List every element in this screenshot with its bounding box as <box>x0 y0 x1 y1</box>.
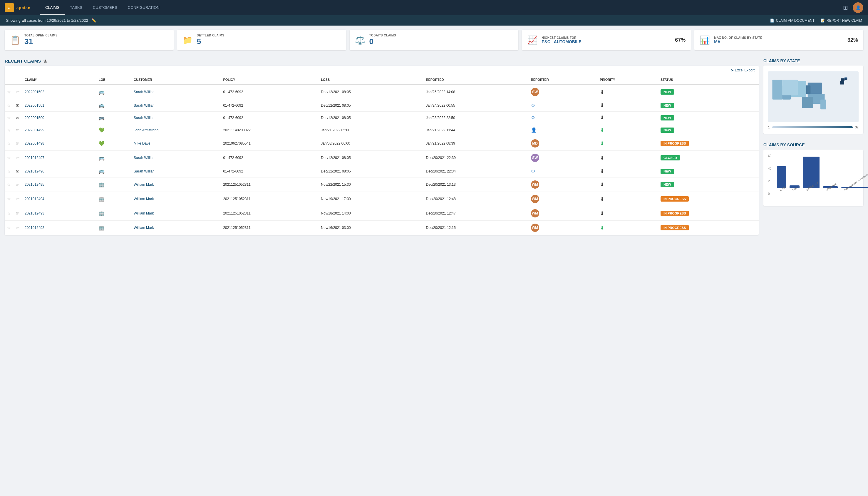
customer-link[interactable]: John Armstrong <box>134 128 158 132</box>
reported-cell: Jan/21/2022 11:44 <box>424 124 529 136</box>
bar-group: Self-Service <box>803 157 820 192</box>
claim-number-link[interactable]: 2022001502 <box>25 90 44 94</box>
nav-claims[interactable]: CLAIMS <box>40 1 65 15</box>
nav-configuration[interactable]: CONFIGURATION <box>123 1 165 15</box>
reported-cell: Dec/20/2021 12:47 <box>424 206 529 221</box>
kpi-state-content: MAX NO. OF CLAIMS BY STATE MA <box>714 36 762 44</box>
claim-number-link[interactable]: 2021012497 <box>25 156 44 160</box>
priority-icon: 🌡 <box>600 168 605 174</box>
status-badge: NEW <box>661 182 674 187</box>
star-icon[interactable]: ☆ <box>7 155 11 160</box>
priority-icon: 🌡 <box>600 114 605 121</box>
customer-link[interactable]: William Mark <box>134 226 154 230</box>
loss-cell: Nov/22/2021 15:30 <box>319 177 423 192</box>
star-icon[interactable]: ☆ <box>7 211 11 216</box>
claim-number-link[interactable]: 2022001498 <box>25 141 44 145</box>
col-claim-num: CLAIM# <box>22 75 96 84</box>
customer-link[interactable]: Sarah Willian <box>134 90 155 94</box>
policy-cell: 01-472-6092 <box>221 112 319 124</box>
table-row: ☆☞2022001499💚John Armstrong2021114820302… <box>5 124 759 136</box>
claim-number-link[interactable]: 2021012496 <box>25 169 44 173</box>
star-icon[interactable]: ☆ <box>7 182 11 187</box>
claim-number-link[interactable]: 2021012495 <box>25 183 44 187</box>
claim-number-link[interactable]: 2021012493 <box>25 211 44 215</box>
reported-cell: Jan/23/2022 22:50 <box>424 112 529 124</box>
hand-icon: ☞ <box>16 226 20 230</box>
customer-link[interactable]: William Mark <box>134 211 154 215</box>
svg-rect-3 <box>840 81 844 84</box>
status-badge: IN PROGRESS <box>661 196 689 202</box>
status-badge: NEW <box>661 115 674 121</box>
col-policy: POLICY <box>221 75 319 84</box>
priority-icon: 🌡 <box>600 211 605 216</box>
claim-number-link[interactable]: 2021012494 <box>25 197 44 201</box>
claims-table: CLAIM# LOB CUSTOMER POLICY LOSS REPORTED… <box>5 75 759 235</box>
customer-link[interactable]: William Mark <box>134 183 154 187</box>
filter-icon[interactable]: ⚗ <box>43 59 47 63</box>
reporter-avatar: WM <box>531 209 539 217</box>
excel-export-button[interactable]: ➤ Excel Export <box>731 68 755 72</box>
hand-icon: ☞ <box>16 141 20 146</box>
status-badge: IN PROGRESS <box>661 211 689 216</box>
kpi-todays-icon: ⚖️ <box>355 35 365 45</box>
logo-icon: a <box>5 3 14 12</box>
priority-icon: 🌡 <box>600 225 605 231</box>
kpi-state-value: MA <box>714 40 762 44</box>
claim-number-link[interactable]: 2022001501 <box>25 104 44 108</box>
reporter-avatar: SW <box>531 154 539 162</box>
kpi-state-label: MAX NO. OF CLAIMS BY STATE <box>714 36 762 40</box>
customer-link[interactable]: Mike Dave <box>134 141 151 145</box>
grid-icon[interactable]: ⊞ <box>843 4 848 11</box>
star-icon[interactable]: ☆ <box>7 169 11 174</box>
nav-customers[interactable]: CUSTOMERS <box>88 1 123 15</box>
customer-link[interactable]: Sarah Willian <box>134 116 155 120</box>
recent-claims-header: RECENT CLAIMS ⚗ <box>5 55 759 66</box>
star-icon[interactable]: ☆ <box>7 128 11 133</box>
star-icon[interactable]: ☆ <box>7 103 11 108</box>
user-avatar[interactable]: 👤 <box>853 2 863 13</box>
chart-y-axis: 60 40 20 0 <box>768 154 771 196</box>
nav-tasks[interactable]: TASKS <box>65 1 88 15</box>
reported-cell: Dec/20/2021 22:34 <box>424 165 529 177</box>
customer-link[interactable]: Sarah Willian <box>134 169 155 173</box>
customer-link[interactable]: Sarah Willian <box>134 156 155 160</box>
svg-rect-10 <box>820 99 826 110</box>
col-loss: LOSS <box>319 75 423 84</box>
customer-link[interactable]: Sarah Willian <box>134 104 155 108</box>
logo-text: appian <box>16 5 31 10</box>
star-icon[interactable]: ☆ <box>7 90 11 94</box>
customer-link[interactable]: William Mark <box>134 197 154 201</box>
star-icon[interactable]: ☆ <box>7 141 11 146</box>
claim-number-link[interactable]: 2022001499 <box>25 128 44 132</box>
y-label-20: 20 <box>768 180 771 183</box>
loss-cell: Dec/12/2021 08:05 <box>319 84 423 99</box>
app-logo: a appian <box>5 3 31 12</box>
priority-icon: 🌡 <box>600 140 605 146</box>
reported-cell: Dec/20/2021 12:15 <box>424 221 529 235</box>
star-icon[interactable]: ☆ <box>7 197 11 201</box>
col-status: STATUS <box>658 75 759 84</box>
policy-cell: 01-472-6092 <box>221 99 319 112</box>
loss-cell: Dec/12/2021 08:05 <box>319 99 423 112</box>
report-new-claim-button[interactable]: 📝 REPORT NEW CLAIM <box>820 18 862 22</box>
claim-via-document-button[interactable]: 📄 CLAIM VIA DOCUMENT <box>770 18 815 22</box>
kpi-settled-label: SETTLED CLAIMS <box>197 34 224 37</box>
star-icon[interactable]: ☆ <box>7 115 11 120</box>
table-row: ☆✉2022001500🚌Sarah Willian01-472-6092Dec… <box>5 112 759 124</box>
kpi-settled-icon: 📁 <box>183 35 193 45</box>
y-label-0: 0 <box>768 192 771 196</box>
svg-rect-1 <box>841 78 844 81</box>
claim-number-link[interactable]: 2022001500 <box>25 116 44 120</box>
nav-links: CLAIMS TASKS CUSTOMERS CONFIGURATION <box>40 1 165 15</box>
sub-header: Showing all cases from 10/29/2021 to 1/2… <box>0 15 868 26</box>
edit-filter-icon[interactable]: ✏️ <box>91 18 96 22</box>
reported-cell: Dec/20/2021 22:39 <box>424 151 529 165</box>
policy-cell: 01-472-6092 <box>221 165 319 177</box>
claim-number-link[interactable]: 2021012492 <box>25 226 44 230</box>
svg-rect-7 <box>772 80 782 99</box>
star-icon[interactable]: ☆ <box>7 226 11 230</box>
filter-description: Showing all cases from 10/29/2021 to 1/2… <box>6 18 96 22</box>
kpi-state-icon: 📊 <box>700 35 710 45</box>
kpi-open-claims-value: 31 <box>25 37 58 46</box>
kpi-total-open-claims: 📋 TOTAL OPEN CLAIMS 31 <box>5 30 174 50</box>
